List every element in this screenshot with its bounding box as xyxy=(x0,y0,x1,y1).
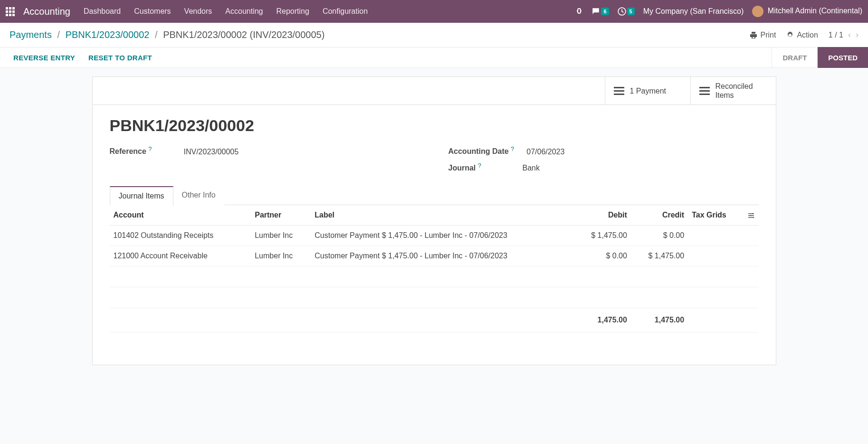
table-header-row: Account Partner Label Debit Credit Tax G… xyxy=(110,205,759,226)
breadcrumb-sep: / xyxy=(155,29,158,40)
sheet-wrapper: 1 Payment Reconciled Items PBNK1/2023/00… xyxy=(0,68,868,374)
action-bar-left: REVERSE ENTRY RESET TO DRAFT xyxy=(13,54,152,62)
accounting-date-label: Accounting Date ? xyxy=(448,145,515,156)
menu-accounting[interactable]: Accounting xyxy=(225,7,263,16)
table-total-row: 1,475.00 1,475.00 xyxy=(110,308,759,332)
col-partner[interactable]: Partner xyxy=(251,205,311,226)
breadcrumb: Payments / PBNK1/2023/00002 / PBNK1/2023… xyxy=(10,29,324,40)
status-bar: DRAFT POSTED xyxy=(772,47,868,68)
stat-payment-label: 1 Payment xyxy=(630,86,666,95)
journal-label: Journal ? xyxy=(448,162,510,172)
menu-vendors[interactable]: Vendors xyxy=(184,7,212,16)
print-button[interactable]: Print xyxy=(750,31,776,39)
cell-debit: $ 1,475.00 xyxy=(574,226,631,246)
pager-position[interactable]: 1 / 1 xyxy=(829,31,843,39)
help-icon[interactable]: ? xyxy=(511,145,514,152)
field-accounting-date: Accounting Date ? 07/06/2023 xyxy=(448,145,759,156)
field-reference: Reference ? INV/2023/00005 xyxy=(110,145,420,156)
top-nav: Accounting Dashboard Customers Vendors A… xyxy=(0,0,868,23)
cell-credit: $ 1,475.00 xyxy=(631,246,688,266)
user-name: Mitchell Admin (Continental) xyxy=(768,7,862,15)
svg-point-3 xyxy=(753,217,754,218)
cell-label: Customer Payment $ 1,475.00 - Lumber Inc… xyxy=(311,226,573,246)
col-tax-grids[interactable]: Tax Grids xyxy=(688,205,743,226)
col-label[interactable]: Label xyxy=(311,205,573,226)
breadcrumb-parent[interactable]: PBNK1/2023/00002 xyxy=(66,29,150,40)
stat-buttons: 1 Payment Reconciled Items xyxy=(93,77,776,105)
app-brand[interactable]: Accounting xyxy=(23,6,70,17)
tab-journal-items[interactable]: Journal Items xyxy=(110,186,173,205)
breadcrumb-root[interactable]: Payments xyxy=(10,29,52,40)
sliders-icon xyxy=(747,212,755,219)
reference-value: INV/2023/00005 xyxy=(184,148,239,156)
table-blank-row xyxy=(110,332,759,353)
cell-tax xyxy=(688,246,743,266)
pager-next-icon[interactable]: › xyxy=(856,30,858,40)
toolbar-right: Print Action 1 / 1 ‹ › xyxy=(750,30,858,40)
main-menu: Dashboard Customers Vendors Accounting R… xyxy=(84,7,567,16)
total-credit: 1,475.00 xyxy=(631,308,688,332)
cell-credit: $ 0.00 xyxy=(631,226,688,246)
action-bar: REVERSE ENTRY RESET TO DRAFT DRAFT POSTE… xyxy=(0,47,868,68)
tabs: Journal Items Other Info xyxy=(110,186,759,205)
field-journal: Journal ? Bank xyxy=(448,162,759,172)
stat-reconciled-button[interactable]: Reconciled Items xyxy=(690,77,776,104)
journal-items-table: Account Partner Label Debit Credit Tax G… xyxy=(110,205,759,353)
pager-prev-icon[interactable]: ‹ xyxy=(848,30,851,40)
sheet-body: PBNK1/2023/00002 Reference ? INV/2023/00… xyxy=(93,105,776,364)
reset-to-draft-button[interactable]: RESET TO DRAFT xyxy=(88,54,152,62)
list-icon xyxy=(614,87,624,95)
breadcrumb-toolbar: Payments / PBNK1/2023/00002 / PBNK1/2023… xyxy=(0,23,868,47)
col-options[interactable] xyxy=(744,205,759,226)
user-menu[interactable]: Mitchell Admin (Continental) xyxy=(752,6,862,17)
table-blank-row xyxy=(110,266,759,287)
list-icon xyxy=(699,87,710,95)
record-title: PBNK1/2023/00002 xyxy=(110,116,759,135)
table-row[interactable]: 121000 Account Receivable Lumber Inc Cus… xyxy=(110,246,759,266)
svg-point-1 xyxy=(752,213,753,214)
cell-partner: Lumber Inc xyxy=(251,226,311,246)
table-blank-row xyxy=(110,287,759,308)
print-icon xyxy=(750,31,757,39)
help-icon[interactable]: ? xyxy=(148,145,152,152)
cell-partner: Lumber Inc xyxy=(251,246,311,266)
col-debit[interactable]: Debit xyxy=(574,205,631,226)
cell-debit: $ 0.00 xyxy=(574,246,631,266)
col-account[interactable]: Account xyxy=(110,205,251,226)
col-credit[interactable]: Credit xyxy=(631,205,688,226)
action-button[interactable]: Action xyxy=(786,31,818,39)
breadcrumb-sep: / xyxy=(57,29,60,40)
pager: 1 / 1 ‹ › xyxy=(829,30,858,40)
stat-reconciled-label: Reconciled Items xyxy=(715,82,753,100)
menu-reporting[interactable]: Reporting xyxy=(277,7,309,16)
reference-label: Reference ? xyxy=(110,145,172,156)
messages-icon[interactable]: 6 xyxy=(591,7,609,16)
field-grid: Reference ? INV/2023/00005 Accounting Da… xyxy=(110,145,759,172)
apps-icon[interactable] xyxy=(6,7,15,16)
menu-customers[interactable]: Customers xyxy=(134,7,171,16)
nav-right: 6 5 My Company (San Francisco) Mitchell … xyxy=(575,6,862,17)
menu-dashboard[interactable]: Dashboard xyxy=(84,7,121,16)
menu-configuration[interactable]: Configuration xyxy=(323,7,368,16)
total-debit: 1,475.00 xyxy=(574,308,631,332)
gear-icon xyxy=(786,31,794,39)
reverse-entry-button[interactable]: REVERSE ENTRY xyxy=(13,54,75,62)
cell-tax xyxy=(688,226,743,246)
table-row[interactable]: 101402 Outstanding Receipts Lumber Inc C… xyxy=(110,226,759,246)
tab-other-info[interactable]: Other Info xyxy=(173,186,224,205)
avatar xyxy=(752,6,763,17)
stage-draft[interactable]: DRAFT xyxy=(772,47,817,68)
company-switcher[interactable]: My Company (San Francisco) xyxy=(643,7,744,16)
cell-account: 101402 Outstanding Receipts xyxy=(110,226,251,246)
svg-point-2 xyxy=(750,215,751,216)
stat-payment-button[interactable]: 1 Payment xyxy=(605,77,690,104)
activities-badge: 5 xyxy=(627,8,635,15)
journal-value: Bank xyxy=(523,164,540,172)
activities-icon[interactable]: 5 xyxy=(618,7,635,16)
cell-account: 121000 Account Receivable xyxy=(110,246,251,266)
accounting-date-value: 07/06/2023 xyxy=(526,148,564,156)
messages-badge: 6 xyxy=(601,8,609,15)
stage-posted[interactable]: POSTED xyxy=(817,47,868,68)
help-icon[interactable]: ? xyxy=(478,162,481,169)
debug-icon[interactable] xyxy=(575,8,583,15)
